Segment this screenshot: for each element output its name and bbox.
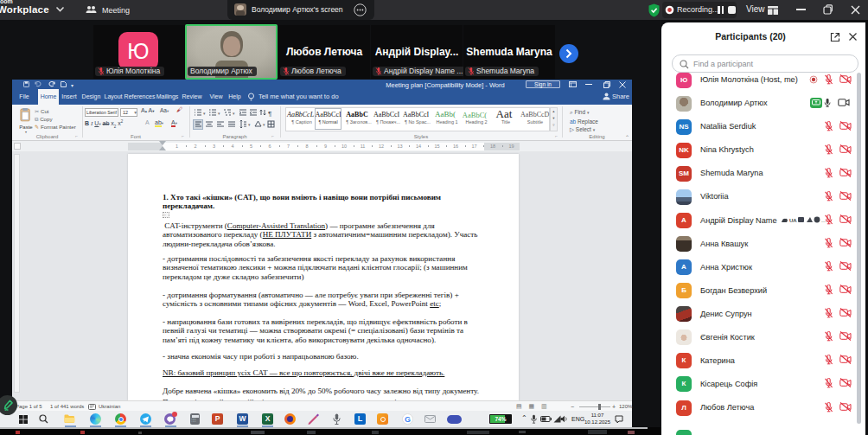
svg-text:¶: ¶ <box>268 110 271 118</box>
svg-text:UA: UA <box>789 218 797 223</box>
svg-text:▾: ▾ <box>233 111 235 116</box>
svg-text:▾: ▾ <box>248 122 251 127</box>
svg-text:▾: ▾ <box>218 111 220 116</box>
svg-text:▾: ▾ <box>203 111 206 116</box>
svg-text:▾: ▾ <box>263 122 265 127</box>
